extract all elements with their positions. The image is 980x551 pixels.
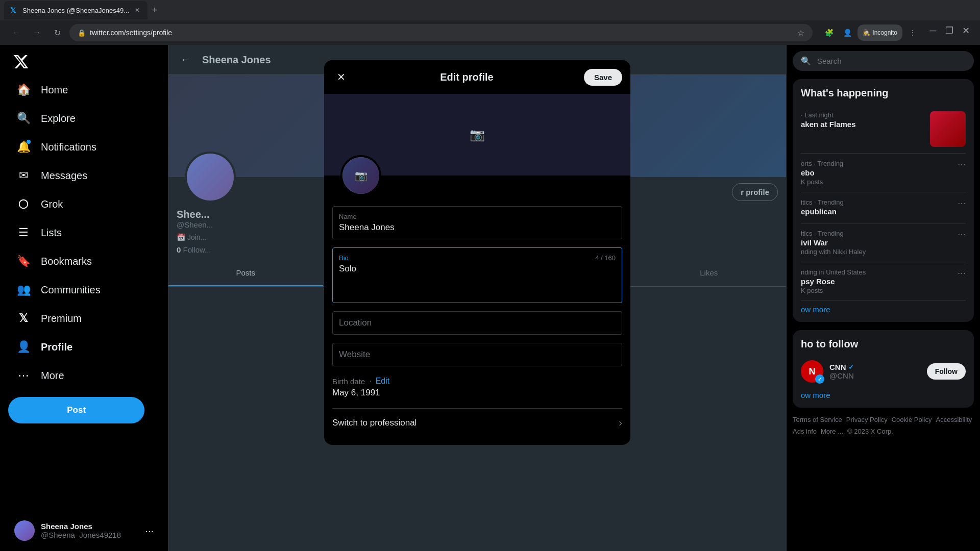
trending-item-1-info: orts · Trending ebo K posts — [801, 160, 958, 186]
birth-date-edit-link[interactable]: Edit — [376, 377, 390, 386]
trending-name-0: aken at Flames — [801, 120, 856, 129]
trending-count-4: K posts — [801, 287, 958, 294]
active-tab[interactable]: 𝕏 Sheena Jones (@SheenaJones49... ✕ — [4, 1, 148, 19]
post-button[interactable]: Post — [8, 397, 144, 423]
premium-icon: 𝕏 — [16, 311, 31, 325]
footer-copyright: © 2023 X Corp. — [847, 428, 893, 435]
name-input[interactable] — [339, 222, 616, 233]
sidebar-item-explore[interactable]: 🔍 Explore — [8, 105, 160, 132]
bio-input[interactable]: Solo — [339, 264, 616, 294]
whats-happening-title: What's happening — [801, 87, 966, 99]
new-tab-button[interactable]: + — [148, 3, 162, 17]
sidebar-item-home[interactable]: 🏠 Home — [8, 77, 160, 103]
user-display-name: Sheena Jones — [41, 522, 139, 531]
bio-counter: 4 / 160 — [595, 254, 616, 262]
profile-icon: 👤 — [16, 340, 31, 354]
sidebar-item-bookmarks[interactable]: 🔖 Bookmarks — [8, 248, 160, 274]
tab-close-button[interactable]: ✕ — [133, 6, 141, 14]
profile-button[interactable]: 👤 — [839, 24, 855, 41]
sidebar-item-communities[interactable]: 👥 Communities — [8, 277, 160, 303]
trending-item-3[interactable]: itics · Trending ivil War nding with Nik… — [801, 223, 966, 262]
more-icon: ⋯ — [16, 368, 31, 383]
trending-image-0 — [930, 111, 966, 147]
sidebar-item-messages[interactable]: ✉ Messages — [8, 162, 160, 189]
name-field: Name — [332, 206, 622, 239]
trending-item-0[interactable]: · Last night aken at Flames — [801, 105, 966, 154]
footer-privacy[interactable]: Privacy Policy — [846, 416, 888, 423]
trending-dots-3[interactable]: ⋯ — [958, 230, 966, 239]
modal-avatar-area: 📷 — [340, 155, 381, 196]
chevron-right-icon: › — [619, 417, 622, 429]
address-bar[interactable]: 🔒 twitter.com/settings/profile ☆ — [69, 24, 813, 41]
who-to-follow-section: ho to follow N ✓ CNN ✓ @CNN Follow ow mo… — [793, 330, 974, 408]
trending-item-1[interactable]: orts · Trending ebo K posts ⋯ — [801, 154, 966, 192]
footer-more[interactable]: More ... — [821, 428, 843, 435]
bookmark-icon[interactable]: ☆ — [797, 28, 804, 38]
show-more-who[interactable]: ow more — [801, 387, 966, 399]
modal-close-button[interactable]: ✕ — [332, 68, 350, 86]
sidebar-item-more[interactable]: ⋯ More — [8, 362, 160, 389]
trending-dots-2[interactable]: ⋯ — [958, 198, 966, 208]
avatar-camera-overlay[interactable]: 📷 — [342, 157, 379, 194]
modal-title: Edit profile — [440, 71, 493, 83]
name-label: Name — [339, 213, 616, 220]
footer-links: Terms of Service Privacy Policy Cookie P… — [793, 408, 974, 443]
sidebar-item-grok[interactable]: Grok — [8, 191, 160, 217]
footer-cookie[interactable]: Cookie Policy — [892, 416, 932, 423]
trending-item-4-info: nding in United States psy Rose K posts — [801, 268, 958, 294]
save-button[interactable]: Save — [584, 69, 622, 86]
birth-date-header: Birth date · Edit — [332, 377, 622, 386]
minimize-button[interactable]: ─ — [927, 24, 939, 37]
show-more-trending[interactable]: ow more — [801, 301, 966, 314]
maximize-button[interactable]: ❐ — [943, 24, 955, 37]
footer-terms[interactable]: Terms of Service — [793, 416, 842, 423]
trending-item-4[interactable]: nding in United States psy Rose K posts … — [801, 262, 966, 301]
reload-button[interactable]: ↻ — [49, 24, 65, 41]
trending-item-0-info: · Last night aken at Flames — [801, 111, 856, 130]
user-avatar — [14, 520, 35, 541]
edit-profile-modal: ✕ Edit profile Save 📷 📷 — [324, 60, 630, 445]
home-icon: 🏠 — [16, 83, 31, 97]
cnn-follow-button[interactable]: Follow — [927, 363, 966, 380]
sidebar-item-profile[interactable]: 👤 Profile — [8, 334, 160, 360]
trending-dots-1[interactable]: ⋯ — [958, 160, 966, 169]
trending-dots-4[interactable]: ⋯ — [958, 268, 966, 278]
search-box[interactable]: 🔍 — [793, 51, 974, 71]
x-logo[interactable] — [8, 49, 34, 74]
sidebar-item-label-home: Home — [41, 84, 68, 96]
cnn-name: CNN ✓ — [829, 363, 921, 371]
trending-meta-1: orts · Trending — [801, 160, 958, 167]
sidebar-item-label-explore: Explore — [41, 113, 76, 124]
close-window-button[interactable]: ✕ — [960, 24, 972, 37]
location-input[interactable] — [339, 318, 616, 328]
sidebar-item-label-lists: Lists — [41, 227, 62, 239]
follow-item-cnn[interactable]: N ✓ CNN ✓ @CNN Follow — [801, 356, 966, 387]
more-menu-button[interactable]: ⋮ — [904, 24, 921, 41]
switch-professional-row[interactable]: Switch to professional › — [332, 408, 622, 437]
footer-ads[interactable]: Ads info — [793, 428, 817, 435]
trending-item-2[interactable]: itics · Trending epublican ⋯ — [801, 192, 966, 223]
sidebar-item-lists[interactable]: ☰ Lists — [8, 219, 160, 246]
location-field — [332, 311, 622, 335]
banner-camera-icon[interactable]: 📷 — [470, 128, 485, 142]
back-button[interactable]: ← — [8, 24, 24, 41]
browser-actions: 🧩 👤 🕵 Incognito ⋮ ─ ❐ ✕ — [821, 24, 972, 41]
birth-date-label: Birth date — [332, 377, 365, 386]
trending-meta-0: · Last night — [801, 111, 856, 119]
sidebar-navigation: 🏠 Home 🔍 Explore 🔔 Notifications ✉ Messa… — [8, 77, 160, 389]
tab-title: Sheena Jones (@SheenaJones49... — [22, 7, 129, 14]
sidebar-item-notifications[interactable]: 🔔 Notifications — [8, 134, 160, 160]
lock-icon: 🔒 — [78, 29, 86, 37]
footer-accessibility[interactable]: Accessibility — [936, 416, 972, 423]
sidebar-item-label-bookmarks: Bookmarks — [41, 256, 92, 267]
forward-button[interactable]: → — [29, 24, 45, 41]
user-menu[interactable]: Sheena Jones @Sheena_Jones49218 ··· — [8, 514, 160, 547]
website-input[interactable] — [339, 349, 616, 360]
center-content: ← Sheena Jones r profile Shee... @Sheen.… — [168, 45, 786, 551]
trending-count-3: nding with Nikki Haley — [801, 248, 958, 256]
sidebar-item-premium[interactable]: 𝕏 Premium — [8, 305, 160, 332]
bio-field: Bio 4 / 160 Solo — [332, 247, 622, 303]
extensions-button[interactable]: 🧩 — [821, 24, 837, 41]
search-input[interactable] — [817, 57, 966, 65]
grok-icon — [16, 197, 31, 211]
